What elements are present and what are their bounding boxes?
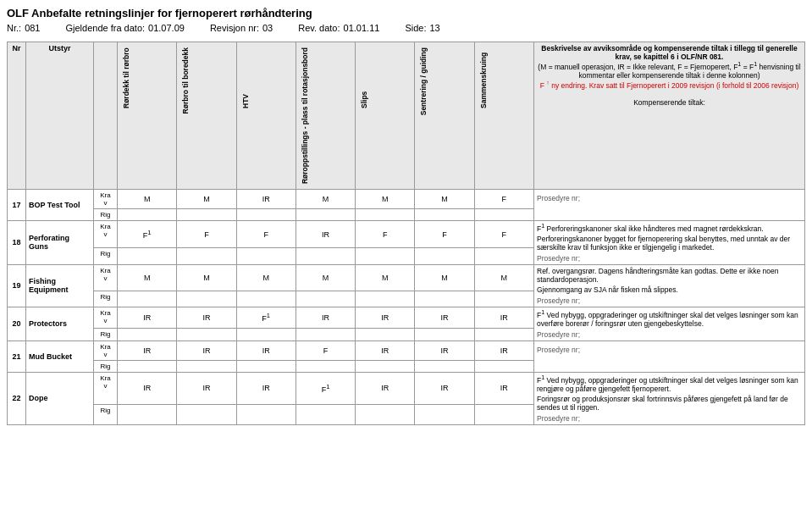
- row-rig-cell: [177, 405, 236, 424]
- header-htv: HTV: [236, 42, 296, 190]
- row-desc: Prosedyre nr;: [534, 341, 805, 372]
- row-krav-cell: M: [177, 264, 236, 291]
- row-rig-cell: [415, 328, 474, 341]
- row-utstyr: Mud Bucket: [26, 341, 94, 372]
- row-rig-cell: [415, 209, 474, 221]
- row-krav-cell: M: [118, 264, 177, 291]
- row-rig-label: Rig: [94, 328, 118, 341]
- row-krav-cell: IR: [236, 190, 296, 209]
- row-krav-cell: IR: [356, 307, 415, 328]
- row-rig-cell: [296, 209, 355, 221]
- row-nr: 20: [8, 307, 26, 341]
- row-rig-cell: [415, 405, 474, 424]
- row-rig-cell: [236, 405, 296, 424]
- row-rig-cell: [118, 248, 177, 265]
- row-rig-cell: [474, 405, 533, 424]
- row-krav-label: Krav: [94, 372, 118, 404]
- row-krav-cell: M: [296, 190, 355, 209]
- row-krav-cell: IR: [356, 372, 415, 404]
- row-krav-label: Krav: [94, 190, 118, 209]
- row-krav-cell: IR: [236, 341, 296, 360]
- header-roroppstillings: Røroppstillings - plass til rotasjonsbor…: [296, 42, 355, 190]
- row-krav-cell: M: [177, 190, 236, 209]
- row-krav-cell: IR: [236, 372, 296, 404]
- date-label: Gjeldende fra dato:: [65, 23, 145, 33]
- row-utstyr: Protectors: [26, 307, 94, 341]
- header-sentrering: Sentrering / guiding: [415, 42, 474, 190]
- row-krav-label: Krav: [94, 341, 118, 360]
- row-krav-cell: F1: [236, 307, 296, 328]
- row-krav-cell: F: [474, 221, 533, 248]
- doc-side: Side: 13: [405, 23, 439, 33]
- row-rig-cell: [236, 248, 296, 265]
- document-header: OLF Anbefalte retningslinjer for fjernop…: [7, 7, 805, 33]
- row-rig-label: Rig: [94, 360, 118, 372]
- row-krav-cell: M: [236, 264, 296, 291]
- row-utstyr: Perforating Guns: [26, 221, 94, 265]
- row-krav-cell: IR: [118, 307, 177, 328]
- row-rig-cell: [236, 291, 296, 307]
- row-rig-label: Rig: [94, 248, 118, 265]
- row-rig-cell: [118, 360, 177, 372]
- row-rig-label: Rig: [94, 405, 118, 424]
- date2-label: Rev. dato:: [298, 23, 340, 33]
- row-krav-cell: IR: [118, 372, 177, 404]
- row-nr: 17: [8, 190, 26, 221]
- row-nr: 22: [8, 372, 26, 424]
- row-krav-cell: IR: [177, 341, 236, 360]
- main-table: Nr Utstyr Rørdekk til rørbro Rørbro til …: [7, 42, 805, 425]
- row-rig-cell: [118, 291, 177, 307]
- doc-meta: Nr.: 081 Gjeldende fra dato: 01.07.09 Re…: [7, 23, 805, 33]
- header-rorbro: Rørbro til boredekk: [177, 42, 236, 190]
- row-nr: 19: [8, 264, 26, 307]
- row-rig-cell: [356, 209, 415, 221]
- doc-rev: Revisjon nr: 03: [210, 23, 273, 33]
- doc-date: Gjeldende fra dato: 01.07.09: [65, 23, 184, 33]
- side-label: Side:: [405, 23, 426, 33]
- row-rig-cell: [296, 405, 355, 424]
- date-value: 01.07.09: [148, 23, 185, 33]
- rev-value: 03: [262, 23, 273, 33]
- row-rig-cell: [356, 248, 415, 265]
- row-krav-cell: IR: [474, 372, 533, 404]
- row-krav-cell: F: [474, 190, 533, 209]
- row-krav-cell: M: [415, 190, 474, 209]
- row-rig-cell: [236, 360, 296, 372]
- row-rig-cell: [236, 328, 296, 341]
- header-slips: Slips: [356, 42, 415, 190]
- doc-date2: Rev. dato: 01.01.11: [298, 23, 379, 33]
- row-rig-cell: [474, 248, 533, 265]
- row-rig-cell: [236, 209, 296, 221]
- row-krav-cell: IR: [474, 307, 533, 328]
- row-krav-cell: IR: [415, 372, 474, 404]
- rev-label: Revisjon nr:: [210, 23, 259, 33]
- header-nr: Nr: [8, 42, 26, 190]
- row-krav-cell: F: [296, 341, 355, 360]
- row-rig-cell: [177, 360, 236, 372]
- row-nr: 21: [8, 341, 26, 372]
- doc-title: OLF Anbefalte retningslinjer for fjernop…: [7, 7, 805, 19]
- row-rig-cell: [118, 209, 177, 221]
- row-rig-label: Rig: [94, 291, 118, 307]
- row-rig-cell: [415, 291, 474, 307]
- header-rordekk: Rørdekk til rørbro: [118, 42, 177, 190]
- row-desc: F1 Ved nybygg, oppgraderinger og utskift…: [534, 307, 805, 341]
- row-krav-cell: M: [356, 264, 415, 291]
- row-krav-cell: F: [415, 221, 474, 248]
- header-sammenskruing: Sammenskruing: [474, 42, 533, 190]
- row-desc: F1 Ved nybygg, oppgraderinger og utskift…: [534, 372, 805, 424]
- header-utstyr: Utstyr: [26, 42, 94, 190]
- row-rig-label: Rig: [94, 209, 118, 221]
- row-nr: 18: [8, 221, 26, 265]
- header-krav-rig: [94, 42, 118, 190]
- header-beskrivelse: Beskrivelse av avviksområde og kompenser…: [534, 42, 805, 190]
- nr-label: Nr.:: [7, 23, 21, 33]
- row-rig-cell: [474, 291, 533, 307]
- row-rig-cell: [177, 291, 236, 307]
- row-rig-cell: [356, 360, 415, 372]
- row-rig-cell: [474, 209, 533, 221]
- row-rig-cell: [177, 248, 236, 265]
- row-krav-cell: IR: [296, 307, 355, 328]
- row-krav-cell: M: [118, 190, 177, 209]
- row-krav-cell: IR: [415, 307, 474, 328]
